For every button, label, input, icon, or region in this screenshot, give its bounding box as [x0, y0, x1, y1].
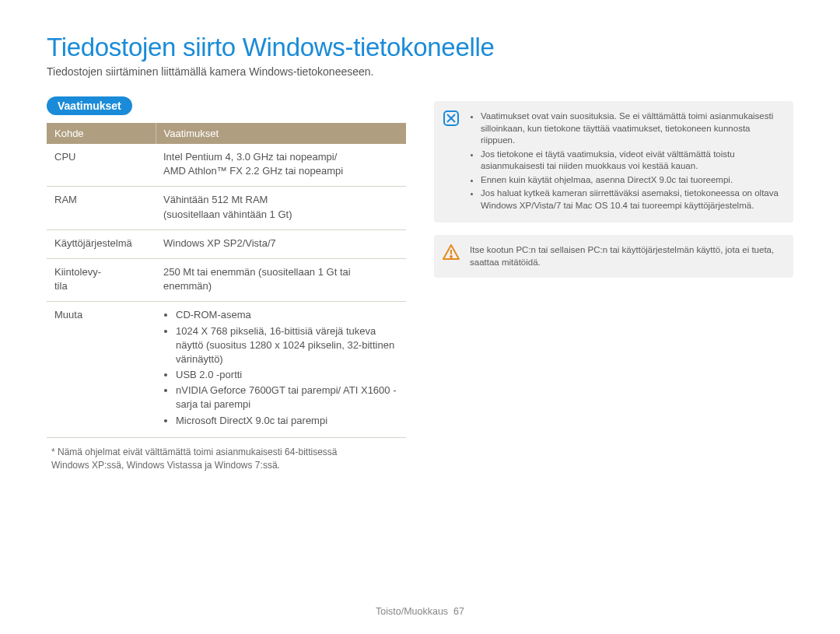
requirements-table: Kohde Vaatimukset CPU Intel Pentium 4, 3… — [47, 123, 406, 438]
text: (suositellaan vähintään 1 Gt) — [163, 208, 292, 220]
text: AMD Athlon™ FX 2.2 GHz tai nopeampi — [163, 165, 343, 177]
warning-box: Itse kootun PC:n tai sellaisen PC:n tai … — [434, 235, 793, 278]
text: Vähintään 512 Mt RAM — [163, 194, 268, 205]
note-item: Jos haluat kytkeä kameran siirrettäväksi… — [481, 187, 782, 212]
note-item: Ennen kuin käytät ohjelmaa, asenna Direc… — [481, 174, 782, 187]
right-column: Vaatimukset ovat vain suosituksia. Se ei… — [434, 101, 793, 278]
table-row: CPU Intel Pentium 4, 3.0 GHz tai nopeamp… — [47, 144, 406, 187]
note-box: Vaatimukset ovat vain suosituksia. Se ei… — [434, 101, 793, 222]
manual-page: Tiedostojen siirto Windows-tietokoneelle… — [0, 0, 840, 634]
page-title: Tiedostojen siirto Windows-tietokoneelle — [47, 33, 793, 62]
cell-os-val: Windows XP SP2/Vista/7 — [156, 229, 406, 258]
table-row: Käyttöjärjestelmä Windows XP SP2/Vista/7 — [47, 229, 406, 258]
table-header-kohde: Kohde — [47, 123, 156, 144]
warning-icon — [442, 243, 460, 261]
list-item: USB 2.0 -portti — [176, 368, 398, 382]
section-heading-pill: Vaatimukset — [47, 96, 132, 115]
cell-disk-val: 250 Mt tai enemmän (suositellaan 1 Gt ta… — [156, 258, 406, 301]
list-item: CD-ROM-asema — [176, 308, 398, 322]
note-icon — [442, 109, 460, 128]
list-item: nVIDIA Geforce 7600GT tai parempi/ ATI X… — [176, 384, 398, 412]
text: * Nämä ohjelmat eivät välttämättä toimi … — [51, 447, 338, 457]
cell-ram-val: Vähintään 512 Mt RAM (suositellaan vähin… — [156, 187, 406, 229]
table-header-vaatimukset: Vaatimukset — [156, 123, 406, 144]
cell-cpu-key: CPU — [47, 144, 156, 187]
cell-ram-key: RAM — [47, 187, 156, 229]
list-item: 1024 X 768 pikseliä, 16-bittisiä värejä … — [176, 324, 398, 367]
text: Windows XP:ssä, Windows Vistassa ja Wind… — [51, 460, 280, 471]
table-row: Muuta CD-ROM-asema 1024 X 768 pikseliä, … — [47, 302, 406, 438]
footer-section: Toisto/Muokkaus — [376, 606, 448, 617]
table-row: RAM Vähintään 512 Mt RAM (suositellaan v… — [47, 187, 406, 229]
text: Kiintolevy- — [54, 266, 101, 278]
two-column-layout: Vaatimukset Kohde Vaatimukset CPU Intel … — [47, 96, 793, 471]
cell-other-key: Muuta — [47, 302, 156, 438]
cell-other-val: CD-ROM-asema 1024 X 768 pikseliä, 16-bit… — [156, 302, 406, 438]
note-item: Vaatimukset ovat vain suosituksia. Se ei… — [481, 110, 782, 147]
text: tila — [54, 280, 68, 292]
list-item: Microsoft DirectX 9.0c tai parempi — [176, 414, 398, 428]
cell-os-key: Käyttöjärjestelmä — [47, 229, 156, 258]
footnote: * Nämä ohjelmat eivät välttämättä toimi … — [47, 446, 406, 472]
text: Intel Pentium 4, 3.0 GHz tai nopeampi/ — [163, 151, 337, 163]
warning-text: Itse kootun PC:n tai sellaisen PC:n tai … — [470, 245, 774, 267]
cell-cpu-val: Intel Pentium 4, 3.0 GHz tai nopeampi/ A… — [156, 144, 406, 187]
cell-disk-key: Kiintolevy- tila — [47, 258, 156, 301]
note-item: Jos tietokone ei täytä vaatimuksia, vide… — [481, 149, 782, 173]
page-subtitle: Tiedostojen siirtäminen liittämällä kame… — [47, 65, 793, 78]
left-column: Vaatimukset Kohde Vaatimukset CPU Intel … — [47, 96, 406, 471]
table-row: Kiintolevy- tila 250 Mt tai enemmän (suo… — [47, 258, 406, 301]
page-number: 67 — [453, 606, 464, 617]
page-footer: Toisto/Muokkaus 67 — [0, 606, 840, 617]
svg-point-5 — [450, 256, 452, 257]
